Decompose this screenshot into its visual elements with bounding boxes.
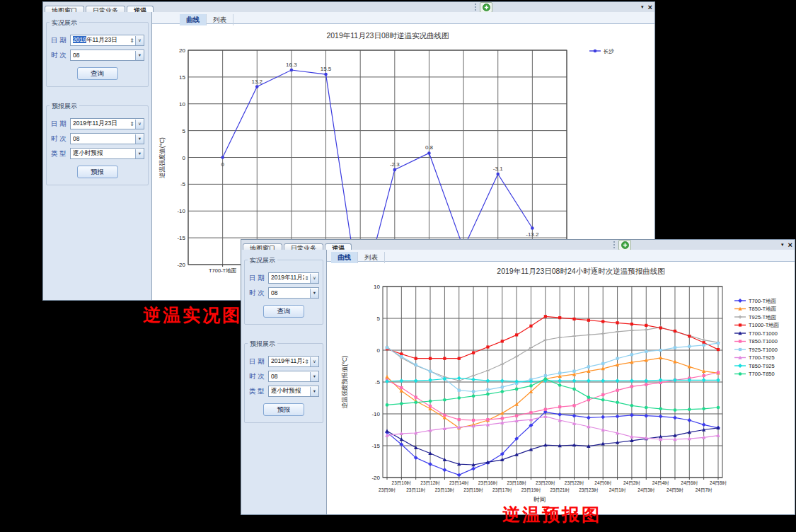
data-point (515, 333, 518, 336)
data-point (702, 422, 706, 427)
x-tick-label: 24日7时 (696, 487, 713, 492)
caption-actual-chart: 逆温实况图 (143, 303, 242, 327)
data-point (558, 405, 561, 408)
chevron-down-icon[interactable]: ∨ (310, 357, 318, 366)
x-tick-label: 24日8时 (710, 480, 727, 485)
time-combobox[interactable]: 08 ▾ (70, 50, 144, 61)
chevron-down-icon[interactable]: ▾ (135, 51, 144, 60)
data-point (472, 352, 475, 354)
query-button[interactable]: 查询 (77, 67, 118, 80)
forecast-button[interactable]: 预报 (263, 403, 304, 416)
date-field[interactable]: 2019年11月23日 ⇕ ∨ (70, 35, 144, 46)
chart-title: 2019年11月23日08时逆温实况曲线图 (326, 31, 449, 40)
type-value: 逐小时预报 (73, 149, 135, 158)
y-tick-label: 0 (183, 155, 186, 161)
green-plus-icon (621, 241, 629, 249)
data-point (645, 350, 647, 353)
type-label: 类 型 (51, 149, 70, 158)
close-icon[interactable]: × (648, 4, 652, 11)
time-combobox[interactable]: 08 ▾ (70, 133, 144, 144)
series-T1000-T地面 (386, 315, 720, 360)
date-field[interactable]: 2019年11月23日 ⇕ ∨ (70, 118, 144, 129)
time-label: 时 次 (249, 289, 268, 298)
data-point (703, 341, 705, 344)
data-point (644, 414, 648, 418)
toolbar-grip-icon[interactable] (613, 241, 616, 248)
spinner-icon[interactable]: ⇕ (304, 275, 309, 282)
forecast-button[interactable]: 预报 (77, 166, 118, 178)
data-point (443, 414, 446, 417)
chevron-down-icon[interactable]: ∨ (135, 36, 144, 45)
y-axis-title: 逆温强度预报值(℃) (341, 355, 348, 408)
time-value: 08 (73, 135, 135, 142)
toolbar-grip-icon[interactable] (475, 4, 478, 11)
spinner-icon[interactable]: ⇕ (304, 359, 309, 365)
chevron-down-icon[interactable]: ∨ (310, 274, 318, 283)
add-button[interactable] (480, 2, 492, 13)
add-button[interactable] (618, 240, 631, 250)
legend-label: T700-T925 (749, 354, 775, 361)
data-point (717, 348, 720, 351)
query-button[interactable]: 查询 (263, 305, 304, 318)
spinner-icon[interactable]: ⇕ (129, 121, 134, 127)
spinner-icon[interactable]: ⇕ (129, 37, 134, 44)
x-tick-label: 23日13时 (435, 487, 455, 492)
data-point (458, 357, 461, 360)
legend-label: T700-T地面 (749, 298, 777, 304)
chevron-down-icon[interactable]: ▾ (310, 387, 318, 396)
data-point (529, 411, 532, 414)
data-point (429, 405, 432, 407)
data-point (429, 400, 432, 403)
x-tick-label: 23日17时 (492, 487, 512, 492)
content-tabbar: 曲线列表 (152, 12, 654, 24)
chevron-down-icon[interactable]: ▾ (310, 372, 318, 381)
data-point (457, 473, 461, 477)
type-combobox[interactable]: 逐小时预报 ▾ (70, 148, 144, 159)
date-value: 2019年11月23日 (271, 357, 304, 366)
data-point (428, 462, 432, 466)
time-row: 时 次 08 ▾ (51, 50, 144, 61)
data-point (385, 375, 388, 378)
x-tick-label: 23日16时 (478, 480, 498, 485)
data-point (501, 417, 504, 420)
data-point (486, 345, 489, 348)
chevron-down-icon[interactable]: ▾ (135, 134, 144, 144)
chevron-down-icon[interactable]: ▾ (310, 289, 318, 298)
window1-tabstrip: 地图窗口日常业务逆温 ▾ × (43, 2, 654, 13)
window1-sidebar: 实况展示 日 期 2019年11月23日 ⇕ ∨ 时 次 08 ▾ (43, 12, 151, 300)
point-label: 16.3 (286, 62, 297, 68)
window2-controls: ▾ × (781, 240, 792, 250)
actual-display-group: 实况展示 日 期 2019年11月23日 ⇕ ∨ 时 次 08 ▾ (46, 22, 149, 87)
chevron-down-icon[interactable]: ▾ (135, 149, 144, 158)
data-point (673, 415, 677, 420)
y-tick-label: -20 (177, 262, 185, 268)
type-value: 逐小时预报 (271, 387, 310, 395)
point-label: 0 (221, 161, 224, 168)
y-tick-label: -10 (371, 411, 380, 417)
window2-body: 实况展示 日 期 2019年11月23日 ⇕ ∨ 时 次 08 ▾ (241, 250, 795, 514)
y-tick-label: 15 (179, 74, 185, 81)
data-point (616, 389, 618, 392)
close-icon[interactable]: × (788, 241, 792, 248)
time-combobox[interactable]: 08 ▾ (268, 371, 319, 382)
collapse-icon[interactable]: ▾ (781, 242, 784, 248)
time-row: 时 次 08 ▾ (249, 287, 319, 299)
date-value: 2019年11月23日 (73, 120, 129, 128)
data-point (471, 377, 475, 381)
date-field[interactable]: 2019年11月23日 ⇕ ∨ (268, 356, 319, 367)
chevron-down-icon[interactable]: ∨ (135, 120, 144, 129)
collapse-icon[interactable]: ▾ (641, 4, 644, 10)
date-field[interactable]: 2019年11月23日 ⇕ ∨ (268, 272, 319, 284)
data-point (515, 388, 519, 391)
data-point (544, 315, 547, 318)
legend-label: 长沙 (603, 48, 615, 54)
time-row: 时 次 08 ▾ (249, 371, 319, 382)
data-point (587, 415, 591, 420)
data-point (290, 69, 294, 72)
time-combobox[interactable]: 08 ▾ (268, 287, 319, 299)
data-point (601, 398, 605, 402)
type-combobox[interactable]: 逐小时预报 ▾ (268, 386, 319, 397)
data-point (630, 323, 633, 325)
data-point (544, 377, 548, 381)
data-point (543, 338, 547, 342)
